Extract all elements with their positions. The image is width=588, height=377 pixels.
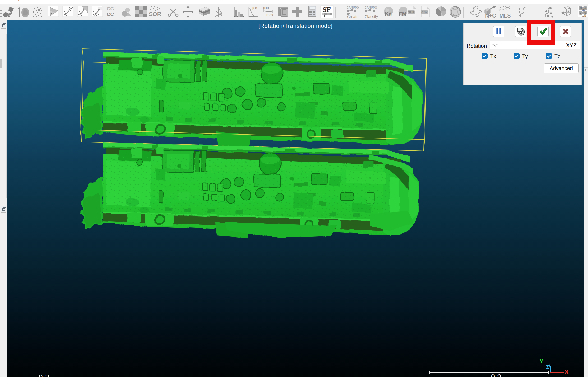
svg-text:Y: Y [539, 358, 543, 365]
svg-text:MLS: MLS [499, 12, 511, 19]
svg-text:Z: Z [545, 364, 549, 371]
svg-text:N+C: N+C [485, 12, 496, 19]
svg-text:TRAIN: TRAIN [579, 15, 586, 17]
svg-text:C: C [584, 12, 586, 14]
svg-text:B: B [580, 12, 582, 14]
svg-text:FM: FM [399, 11, 406, 17]
svg-text:CC: CC [107, 6, 114, 12]
svg-text:X: X [565, 368, 569, 376]
svg-text:0.2: 0.2 [39, 373, 49, 377]
svg-text:CC: CC [107, 12, 114, 17]
svg-text:μ,σ: μ,σ [252, 6, 257, 10]
svg-text:Classify: Classify [365, 15, 378, 19]
svg-text:min: min [263, 5, 269, 9]
svg-text:CANUPO: CANUPO [347, 6, 359, 9]
svg-text:CANUPO: CANUPO [365, 6, 377, 9]
svg-text:0.2: 0.2 [491, 373, 501, 377]
svg-text:CSV: CSV [421, 11, 428, 14]
svg-text:SOR: SOR [149, 11, 161, 17]
svg-text:SHP: SHP [408, 11, 414, 14]
svg-text:3D: 3D [582, 9, 585, 12]
svg-text:Kd: Kd [385, 11, 392, 17]
svg-text:M: M [580, 7, 582, 9]
svg-text:Create: Create [347, 15, 359, 19]
svg-text:SF: SF [322, 5, 331, 13]
svg-text:max: max [267, 13, 273, 17]
